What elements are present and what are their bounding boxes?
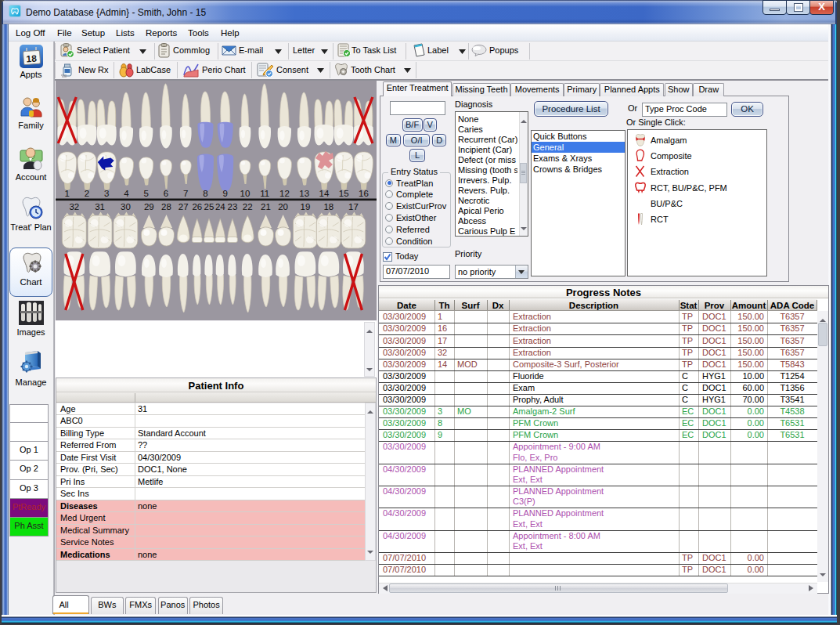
svg-text:17: 17 [348, 202, 359, 211]
svg-text:13: 13 [299, 189, 309, 198]
svg-text:16: 16 [359, 189, 369, 198]
svg-text:14: 14 [319, 189, 330, 198]
svg-text:4: 4 [124, 189, 129, 198]
svg-text:15: 15 [339, 189, 349, 198]
svg-text:7: 7 [183, 189, 188, 198]
svg-text:28: 28 [161, 202, 171, 211]
svg-text:21: 21 [261, 202, 271, 211]
svg-text:6: 6 [164, 189, 168, 198]
svg-text:31: 31 [95, 202, 105, 211]
svg-text:29: 29 [144, 202, 154, 211]
svg-text:8: 8 [203, 189, 207, 198]
svg-text:25: 25 [204, 202, 215, 211]
svg-text:24: 24 [215, 202, 225, 211]
svg-text:30: 30 [121, 202, 131, 211]
svg-text:10: 10 [240, 189, 251, 198]
svg-text:3: 3 [104, 189, 109, 198]
svg-text:18: 18 [26, 53, 38, 65]
svg-text:1: 1 [65, 189, 70, 198]
svg-text:19: 19 [301, 202, 311, 211]
svg-text:26: 26 [192, 202, 202, 211]
svg-text:22: 22 [243, 202, 253, 211]
svg-text:2: 2 [85, 189, 89, 198]
svg-text:12: 12 [279, 189, 290, 198]
svg-text:5: 5 [144, 189, 149, 198]
svg-text:32: 32 [69, 202, 79, 211]
svg-text:18: 18 [323, 202, 333, 211]
svg-text:23: 23 [228, 202, 238, 211]
svg-text:20: 20 [278, 202, 288, 211]
svg-text:27: 27 [178, 202, 189, 211]
svg-text:9: 9 [223, 189, 228, 198]
svg-text:11: 11 [260, 189, 269, 198]
